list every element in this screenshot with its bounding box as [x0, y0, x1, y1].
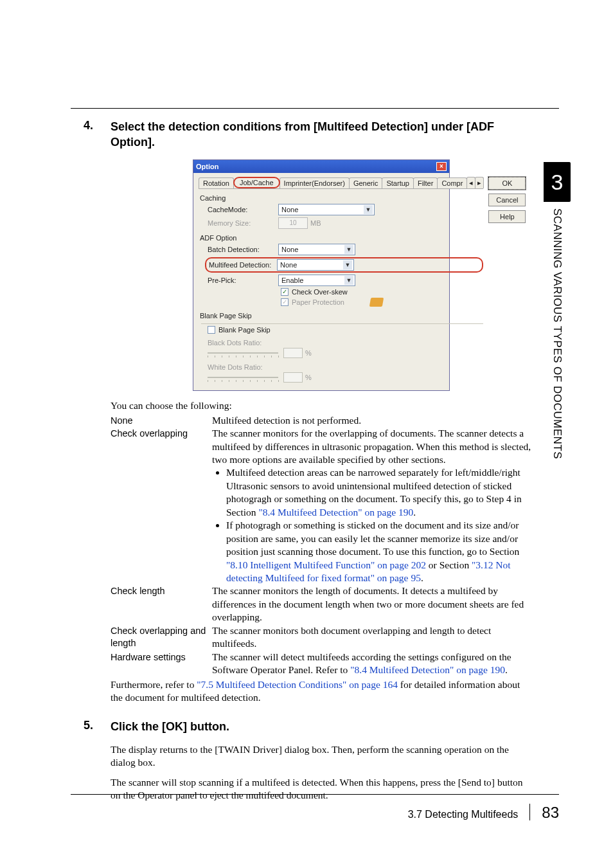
- tab-scroll-right[interactable]: ▸: [475, 177, 484, 188]
- option-dialog: Option × Rotation Job/Cache Imprinter(En…: [193, 159, 450, 391]
- blankpage-check[interactable]: Blank Page Skip: [208, 326, 483, 334]
- step-5-title: Click the [OK] button.: [111, 719, 229, 734]
- close-icon[interactable]: ×: [436, 162, 447, 171]
- prepick-combo[interactable]: Enable ▼: [278, 275, 355, 286]
- batch-value: None: [281, 246, 298, 253]
- tab-imprinter[interactable]: Imprinter(Endorser): [280, 177, 350, 188]
- cachemode-combo[interactable]: None ▼: [278, 204, 375, 215]
- adf-label: ADF Option: [200, 234, 483, 242]
- tab-filter[interactable]: Filter: [413, 177, 438, 188]
- chapter-number: 3: [544, 162, 571, 202]
- step-4-title: Select the detection conditions from [Mu…: [111, 119, 533, 150]
- chevron-down-icon: ▼: [343, 260, 352, 269]
- step-4-body: You can choose the following: None Multi…: [111, 400, 533, 705]
- term-hw: Hardware settings: [111, 651, 212, 677]
- cancel-button[interactable]: Cancel: [488, 194, 526, 206]
- dialog-wrapper: Option × Rotation Job/Cache Imprinter(En…: [193, 159, 533, 391]
- link-7-5[interactable]: "7.5 Multifeed Detection Conditions" on …: [197, 679, 398, 690]
- tab-strip: Rotation Job/Cache Imprinter(Endorser) G…: [199, 177, 483, 189]
- dialog-titlebar: Option ×: [193, 160, 449, 173]
- prepick-value: Enable: [281, 276, 303, 284]
- def-overlap-b1: Multifeed detection areas can be narrowe…: [226, 466, 533, 519]
- footer-divider: [529, 804, 530, 820]
- def-length: Check length The scanner monitors the le…: [111, 584, 533, 624]
- term-both: Check overlapping and length: [111, 624, 212, 651]
- def-both-text: The scanner monitors both document overl…: [212, 624, 533, 651]
- chapter-title: SCANNING VARIOUS TYPES OF DOCUMENTS: [551, 208, 564, 459]
- batch-combo[interactable]: None ▼: [278, 244, 355, 255]
- blackdots-value: [283, 348, 303, 358]
- footer-page: 83: [542, 804, 559, 822]
- link-8-4[interactable]: "8.4 Multifeed Detection" on page 190: [258, 507, 413, 518]
- multifeed-value: None: [280, 261, 297, 269]
- memsize-label: Memory Size:: [208, 219, 278, 227]
- def-overlap-p1: The scanner monitors for the overlapping…: [212, 428, 531, 465]
- multifeed-label: Multifeed Detection:: [209, 261, 277, 269]
- tab-startup[interactable]: Startup: [382, 177, 413, 188]
- term-none: None: [111, 414, 212, 427]
- chapter-tab: 3 SCANNING VARIOUS TYPES OF DOCUMENTS: [544, 162, 571, 459]
- pct-label: %: [305, 349, 312, 357]
- lead-text: You can choose the following:: [111, 400, 533, 411]
- chevron-down-icon: ▼: [344, 276, 353, 285]
- paperprotect-label: Paper Protection: [292, 298, 344, 306]
- memsize-spinner: 10: [278, 217, 308, 229]
- checkbox-icon: ✓: [281, 298, 289, 306]
- tab-scroll-left[interactable]: ◂: [466, 177, 475, 188]
- multifeed-row-highlight: Multifeed Detection: None ▼: [205, 257, 483, 273]
- dialog-title-text: Option: [196, 163, 218, 170]
- prepick-label: Pre-Pick:: [208, 276, 278, 284]
- help-button[interactable]: Help: [488, 210, 526, 223]
- step-4-number: 4.: [84, 119, 111, 150]
- step-5: 5. Click the [OK] button. The display re…: [84, 719, 533, 802]
- page-footer: 3.7 Detecting Multifeeds 83: [71, 794, 559, 822]
- whitedots-slider: [208, 373, 278, 382]
- def-both: Check overlapping and length The scanner…: [111, 624, 533, 651]
- main-content: 4. Select the detection conditions from …: [84, 119, 533, 809]
- chevron-down-icon: ▼: [364, 205, 373, 214]
- checkbox-icon: [208, 326, 215, 334]
- link-8-10[interactable]: "8.10 Intelligent Multifeed Function" on…: [226, 559, 426, 570]
- step-4: 4. Select the detection conditions from …: [84, 119, 533, 150]
- tab-jobcache[interactable]: Job/Cache: [233, 177, 280, 188]
- paperprotect-check: ✓ Paper Protection: [281, 298, 483, 307]
- chevron-down-icon: ▼: [344, 245, 353, 254]
- def-length-text: The scanner monitors the length of docum…: [212, 584, 533, 624]
- step-5-number: 5.: [84, 719, 111, 734]
- def-overlap-b2: If photogragh or something is sticked on…: [226, 519, 533, 584]
- link-8-4b[interactable]: "8.4 Multifeed Detection" on page 190: [350, 664, 505, 675]
- cachemode-label: CacheMode:: [208, 206, 278, 213]
- tab-rotation[interactable]: Rotation: [199, 177, 234, 188]
- def-overlap: Check overlapping The scanner monitors f…: [111, 427, 533, 584]
- def-hw: Hardware settings The scanner will detec…: [111, 651, 533, 677]
- ok-button[interactable]: OK: [488, 177, 526, 190]
- top-rule: [71, 108, 559, 109]
- overskew-check[interactable]: ✓ Check Over-skew: [281, 288, 483, 296]
- tail-paragraph: Furthermore, refer to "7.5 Multifeed Det…: [111, 678, 533, 705]
- whitedots-label: White Dots Ratio:: [208, 363, 483, 371]
- def-none-text: Multifeed detection is not performed.: [212, 414, 533, 427]
- blackdots-slider: [208, 348, 278, 357]
- blankpage-label: Blank Page Skip: [200, 312, 483, 320]
- tab-generic[interactable]: Generic: [349, 177, 383, 188]
- footer-section: 3.7 Detecting Multifeeds: [408, 809, 519, 820]
- step-5-p1: The display returns to the [TWAIN Driver…: [111, 743, 533, 770]
- blackdots-slider-row: %: [208, 348, 483, 358]
- cachemode-value: None: [281, 206, 298, 213]
- caching-label: Caching: [200, 194, 483, 202]
- new-badge-icon: [369, 298, 384, 307]
- checkbox-icon: ✓: [281, 288, 289, 296]
- multifeed-combo[interactable]: None ▼: [277, 259, 354, 271]
- whitedots-slider-row: %: [208, 372, 483, 383]
- term-length: Check length: [111, 584, 212, 624]
- batch-label: Batch Detection:: [208, 246, 278, 253]
- pct-label-2: %: [305, 374, 312, 381]
- term-overlap: Check overlapping: [111, 427, 212, 584]
- def-hw-text: The scanner will detect multifeeds accor…: [212, 651, 533, 677]
- tab-compr[interactable]: Compr: [437, 177, 467, 188]
- overskew-label: Check Over-skew: [292, 288, 348, 296]
- blankpage-chk-label: Blank Page Skip: [218, 326, 271, 334]
- memsize-unit: MB: [310, 219, 321, 227]
- blackdots-label: Black Dots Ratio:: [208, 339, 483, 347]
- whitedots-value: [283, 372, 303, 383]
